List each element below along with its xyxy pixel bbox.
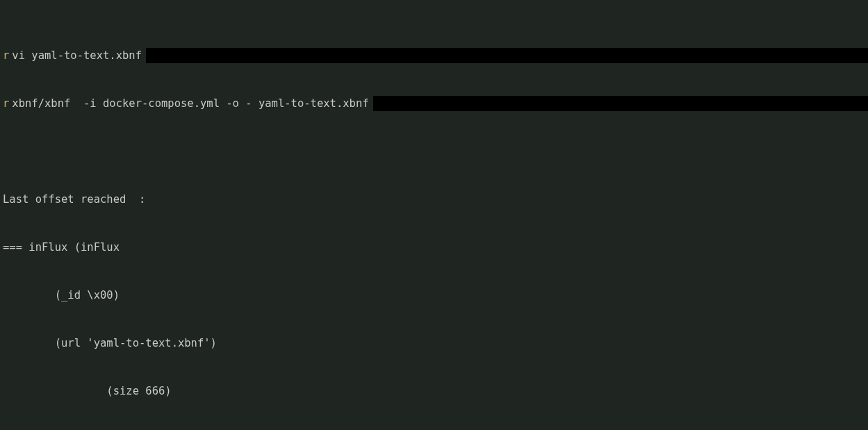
command-text: vi yaml-to-text.xbnf <box>12 48 142 64</box>
influx-id: (_id \x00) <box>0 288 868 304</box>
prompt-symbol: r <box>0 96 9 112</box>
influx-size: (size 666) <box>0 383 868 399</box>
command-line-1: r vi yaml-to-text.xbnf <box>0 48 868 64</box>
prompt-symbol: r <box>0 48 9 64</box>
title-bar-blackout <box>373 96 868 111</box>
terminal-output: r vi yaml-to-text.xbnf r xbnf/xbnf -i do… <box>0 0 868 430</box>
command-line-2: r xbnf/xbnf -i docker-compose.yml -o - y… <box>0 96 868 112</box>
last-offset-label: Last offset reached : <box>0 192 868 208</box>
title-bar-blackout <box>146 48 868 63</box>
command-text: xbnf/xbnf -i docker-compose.yml -o - yam… <box>12 96 368 112</box>
influx-url: (url 'yaml-to-text.xbnf') <box>0 336 868 352</box>
influx-header: === inFlux (inFlux <box>0 240 868 256</box>
